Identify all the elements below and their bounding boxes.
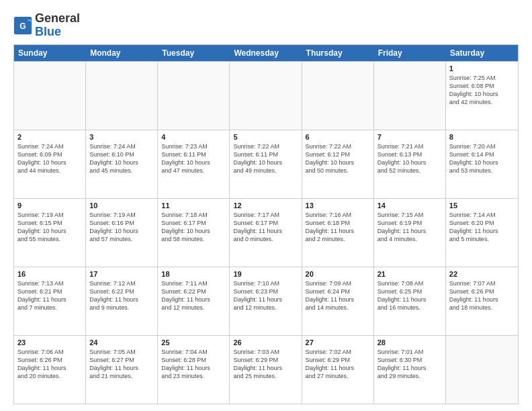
- day-number: 21: [378, 270, 442, 278]
- day-number: 23: [17, 338, 82, 347]
- day-info: Sunrise: 7:25 AM Sunset: 6:08 PM Dayligh…: [449, 74, 515, 107]
- day-number: 7: [378, 133, 442, 141]
- calendar-cell: [230, 62, 302, 130]
- day-number: 22: [449, 270, 515, 278]
- day-number: 8: [449, 133, 515, 141]
- day-number: 9: [17, 201, 82, 210]
- calendar-cell: [302, 62, 374, 130]
- day-info: Sunrise: 7:07 AM Sunset: 6:26 PM Dayligh…: [449, 279, 515, 312]
- calendar-cell: 10Sunrise: 7:19 AM Sunset: 6:16 PM Dayli…: [86, 199, 158, 267]
- day-info: Sunrise: 7:05 AM Sunset: 6:27 PM Dayligh…: [89, 348, 154, 381]
- calendar-cell: 8Sunrise: 7:20 AM Sunset: 6:14 PM Daylig…: [446, 130, 518, 198]
- day-number: 3: [89, 133, 154, 141]
- day-info: Sunrise: 7:06 AM Sunset: 6:26 PM Dayligh…: [17, 348, 82, 381]
- calendar-cell: 17Sunrise: 7:12 AM Sunset: 6:22 PM Dayli…: [86, 267, 158, 335]
- day-info: Sunrise: 7:03 AM Sunset: 6:29 PM Dayligh…: [233, 348, 298, 381]
- day-number: 4: [161, 133, 226, 141]
- calendar-cell: [14, 62, 86, 130]
- day-info: Sunrise: 7:20 AM Sunset: 6:14 PM Dayligh…: [449, 142, 515, 175]
- calendar: SundayMondayTuesdayWednesdayThursdayFrid…: [13, 44, 519, 404]
- day-number: 26: [233, 338, 298, 347]
- day-info: Sunrise: 7:15 AM Sunset: 6:19 PM Dayligh…: [378, 211, 442, 244]
- day-number: 11: [161, 201, 226, 210]
- day-number: 2: [17, 133, 82, 141]
- day-number: 12: [233, 201, 298, 210]
- day-number: 10: [89, 201, 154, 210]
- day-number: 6: [306, 133, 370, 141]
- day-info: Sunrise: 7:14 AM Sunset: 6:20 PM Dayligh…: [449, 211, 515, 244]
- day-info: Sunrise: 7:24 AM Sunset: 6:10 PM Dayligh…: [89, 142, 154, 175]
- calendar-cell: 22Sunrise: 7:07 AM Sunset: 6:26 PM Dayli…: [446, 267, 518, 335]
- day-number: 5: [233, 133, 298, 141]
- day-info: Sunrise: 7:17 AM Sunset: 6:17 PM Dayligh…: [233, 211, 298, 244]
- calendar-cell: 19Sunrise: 7:10 AM Sunset: 6:23 PM Dayli…: [230, 267, 302, 335]
- weekday-header: Thursday: [302, 45, 374, 61]
- logo-blue: Blue: [35, 25, 61, 38]
- calendar-cell: 26Sunrise: 7:03 AM Sunset: 6:29 PM Dayli…: [230, 336, 302, 404]
- page: G General Blue SundayMondayTuesdayWednes…: [0, 0, 532, 411]
- calendar-cell: 2Sunrise: 7:24 AM Sunset: 6:09 PM Daylig…: [14, 130, 86, 198]
- day-info: Sunrise: 7:10 AM Sunset: 6:23 PM Dayligh…: [233, 279, 298, 312]
- day-number: 17: [89, 270, 154, 278]
- day-number: 19: [233, 270, 298, 278]
- calendar-row: 16Sunrise: 7:13 AM Sunset: 6:21 PM Dayli…: [14, 267, 518, 335]
- day-info: Sunrise: 7:18 AM Sunset: 6:17 PM Dayligh…: [161, 211, 226, 244]
- logo-icon: G: [13, 16, 32, 35]
- logo-general: General: [35, 11, 80, 25]
- day-info: Sunrise: 7:01 AM Sunset: 6:30 PM Dayligh…: [378, 348, 442, 381]
- day-info: Sunrise: 7:04 AM Sunset: 6:28 PM Dayligh…: [161, 348, 226, 381]
- day-info: Sunrise: 7:12 AM Sunset: 6:22 PM Dayligh…: [89, 279, 154, 312]
- day-info: Sunrise: 7:08 AM Sunset: 6:25 PM Dayligh…: [378, 279, 442, 312]
- calendar-cell: 14Sunrise: 7:15 AM Sunset: 6:19 PM Dayli…: [374, 199, 446, 267]
- calendar-cell: 27Sunrise: 7:02 AM Sunset: 6:29 PM Dayli…: [302, 336, 374, 404]
- calendar-row: 9Sunrise: 7:19 AM Sunset: 6:15 PM Daylig…: [14, 198, 518, 267]
- day-number: 15: [449, 201, 515, 210]
- calendar-cell: 7Sunrise: 7:21 AM Sunset: 6:13 PM Daylig…: [374, 130, 446, 198]
- day-number: 25: [161, 338, 226, 347]
- day-number: 13: [306, 201, 370, 210]
- header: G General Blue: [13, 12, 519, 39]
- svg-text:G: G: [19, 21, 26, 31]
- calendar-row: 2Sunrise: 7:24 AM Sunset: 6:09 PM Daylig…: [14, 130, 518, 198]
- day-number: 24: [89, 338, 154, 347]
- calendar-header: SundayMondayTuesdayWednesdayThursdayFrid…: [14, 45, 518, 61]
- weekday-header: Sunday: [14, 45, 86, 61]
- calendar-cell: 23Sunrise: 7:06 AM Sunset: 6:26 PM Dayli…: [14, 336, 86, 404]
- day-info: Sunrise: 7:24 AM Sunset: 6:09 PM Dayligh…: [17, 142, 82, 175]
- day-info: Sunrise: 7:23 AM Sunset: 6:11 PM Dayligh…: [161, 142, 226, 175]
- calendar-cell: 18Sunrise: 7:11 AM Sunset: 6:22 PM Dayli…: [158, 267, 230, 335]
- logo-text: General Blue: [35, 12, 80, 39]
- day-number: 28: [378, 338, 442, 347]
- calendar-cell: [374, 62, 446, 130]
- weekday-header: Saturday: [446, 45, 518, 61]
- calendar-cell: 3Sunrise: 7:24 AM Sunset: 6:10 PM Daylig…: [86, 130, 158, 198]
- day-number: 1: [449, 64, 515, 73]
- day-info: Sunrise: 7:22 AM Sunset: 6:12 PM Dayligh…: [306, 142, 370, 175]
- day-info: Sunrise: 7:19 AM Sunset: 6:16 PM Dayligh…: [89, 211, 154, 244]
- day-info: Sunrise: 7:02 AM Sunset: 6:29 PM Dayligh…: [306, 348, 370, 381]
- day-number: 27: [306, 338, 370, 347]
- calendar-cell: 24Sunrise: 7:05 AM Sunset: 6:27 PM Dayli…: [86, 336, 158, 404]
- day-number: 14: [378, 201, 442, 210]
- calendar-cell: 15Sunrise: 7:14 AM Sunset: 6:20 PM Dayli…: [446, 199, 518, 267]
- day-info: Sunrise: 7:21 AM Sunset: 6:13 PM Dayligh…: [378, 142, 442, 175]
- calendar-row: 1Sunrise: 7:25 AM Sunset: 6:08 PM Daylig…: [14, 61, 518, 130]
- calendar-cell: 28Sunrise: 7:01 AM Sunset: 6:30 PM Dayli…: [374, 336, 446, 404]
- day-number: 16: [17, 270, 82, 278]
- calendar-row: 23Sunrise: 7:06 AM Sunset: 6:26 PM Dayli…: [14, 335, 518, 404]
- day-info: Sunrise: 7:22 AM Sunset: 6:11 PM Dayligh…: [233, 142, 298, 175]
- weekday-header: Friday: [374, 45, 446, 61]
- weekday-header: Tuesday: [158, 45, 230, 61]
- calendar-cell: 16Sunrise: 7:13 AM Sunset: 6:21 PM Dayli…: [14, 267, 86, 335]
- calendar-cell: 9Sunrise: 7:19 AM Sunset: 6:15 PM Daylig…: [14, 199, 86, 267]
- weekday-header: Wednesday: [230, 45, 302, 61]
- calendar-cell: 21Sunrise: 7:08 AM Sunset: 6:25 PM Dayli…: [374, 267, 446, 335]
- calendar-body: 1Sunrise: 7:25 AM Sunset: 6:08 PM Daylig…: [14, 61, 518, 404]
- calendar-cell: 4Sunrise: 7:23 AM Sunset: 6:11 PM Daylig…: [158, 130, 230, 198]
- day-info: Sunrise: 7:13 AM Sunset: 6:21 PM Dayligh…: [17, 279, 82, 312]
- calendar-cell: 25Sunrise: 7:04 AM Sunset: 6:28 PM Dayli…: [158, 336, 230, 404]
- day-info: Sunrise: 7:19 AM Sunset: 6:15 PM Dayligh…: [17, 211, 82, 244]
- day-info: Sunrise: 7:09 AM Sunset: 6:24 PM Dayligh…: [306, 279, 370, 312]
- weekday-header: Monday: [86, 45, 158, 61]
- calendar-cell: 13Sunrise: 7:16 AM Sunset: 6:18 PM Dayli…: [302, 199, 374, 267]
